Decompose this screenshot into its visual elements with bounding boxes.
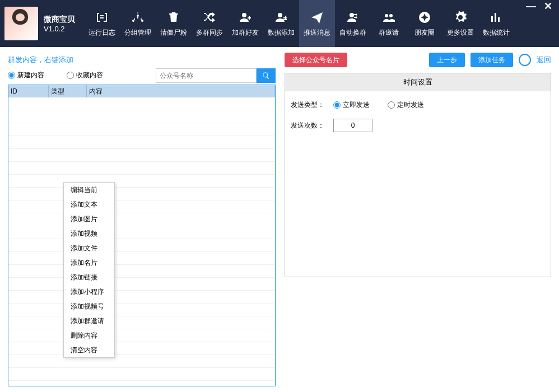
chevron-left-icon — [522, 57, 528, 63]
send-icon — [310, 10, 324, 25]
main-toolbar: 运行日志 分组管理 清僵尸粉 多群同步 加群好友 数据添加 推送消息 自动换群 — [84, 0, 514, 47]
menu-item[interactable]: 添加链接 — [64, 270, 114, 284]
trash-icon — [166, 10, 181, 25]
time-settings-panel: 时间设置 发送类型： 立即发送 定时发送 发送次数： — [285, 73, 551, 277]
menu-item[interactable]: 添加群邀请 — [64, 314, 114, 328]
col-type: 类型 — [49, 85, 87, 97]
app-header: 微商宝贝 V1.0.2 运行日志 分组管理 清僵尸粉 多群同步 加群好友 数据添… — [0, 0, 559, 47]
stats-icon — [489, 10, 504, 25]
toolbar-invite[interactable]: 群邀请 — [371, 0, 407, 47]
col-id: ID — [8, 85, 49, 97]
search-box — [156, 68, 276, 83]
toolbar-label: 自动换群 — [339, 28, 366, 38]
prev-step-button[interactable]: 上一步 — [429, 53, 465, 67]
radio-send-scheduled[interactable]: 定时发送 — [388, 100, 424, 110]
radio-send-scheduled-input[interactable] — [388, 101, 395, 109]
toolbar-label: 分组管理 — [124, 28, 151, 38]
menu-item[interactable]: 清空内容 — [64, 343, 114, 357]
toolbar-label: 数据统计 — [483, 28, 510, 38]
radio-send-now-label: 立即发送 — [343, 100, 370, 110]
menu-item[interactable]: 添加视频号 — [64, 299, 114, 314]
toolbar-adduser2[interactable]: 数据添加 — [263, 0, 299, 47]
toolbar-label: 运行日志 — [88, 28, 115, 38]
menu-item[interactable]: 编辑当前 — [64, 183, 114, 197]
toolbar-moments[interactable]: 朋友圈 — [407, 0, 442, 47]
toolbar-label: 加群好友 — [232, 28, 259, 38]
shuffle-icon — [202, 10, 217, 25]
toolbar-userswap[interactable]: 自动换群 — [335, 0, 371, 47]
left-controls-row: 新建内容 收藏内容 — [8, 71, 276, 80]
menu-item[interactable]: 添加文本 — [64, 197, 114, 212]
toolbar-stats[interactable]: 数据统计 — [478, 0, 514, 47]
window-controls: — ✕ — [524, 1, 555, 11]
radio-new-input[interactable] — [8, 72, 15, 79]
toolbar-gear[interactable]: 更多设置 — [442, 0, 478, 47]
invite-icon — [381, 10, 396, 25]
send-count-label: 发送次数： — [291, 121, 327, 130]
toolbar-label: 推送消息 — [304, 28, 330, 38]
menu-item[interactable]: 添加名片 — [64, 255, 114, 270]
radio-fav-content[interactable]: 收藏内容 — [67, 71, 103, 80]
context-menu: 编辑当前添加文本添加图片添加视频添加文件添加名片添加链接添加小程序添加视频号添加… — [63, 182, 115, 358]
send-count-row: 发送次数： — [291, 119, 545, 132]
moments-icon — [417, 10, 432, 25]
select-card-button[interactable]: 选择公众号名片 — [285, 53, 347, 67]
toolbar-label: 朋友圈 — [414, 28, 435, 38]
close-button[interactable]: ✕ — [542, 1, 555, 11]
send-count-input[interactable] — [333, 119, 372, 132]
content-table: ID 类型 内容 — [8, 85, 276, 386]
toolbar-trash[interactable]: 清僵尸粉 — [156, 0, 192, 47]
right-panel: 选择公众号名片 上一步 添加任务 返回 时间设置 发送类型： 立即发送 — [285, 53, 551, 386]
svg-point-3 — [385, 14, 388, 17]
radio-send-now-input[interactable] — [333, 101, 341, 109]
right-top-buttons: 选择公众号名片 上一步 添加任务 返回 — [285, 53, 551, 67]
menu-item[interactable]: 删除内容 — [64, 328, 114, 343]
col-content: 内容 — [87, 85, 275, 97]
menu-item[interactable]: 添加小程序 — [64, 284, 114, 299]
toolbar-log[interactable]: 运行日志 — [84, 0, 120, 47]
radio-send-now[interactable]: 立即发送 — [333, 100, 370, 110]
send-type-label: 发送类型： — [291, 100, 327, 110]
table-body[interactable] — [8, 97, 275, 386]
back-link[interactable]: 返回 — [537, 55, 551, 65]
group-icon — [131, 10, 145, 25]
app-version: V1.0.2 — [44, 25, 75, 33]
svg-point-1 — [278, 13, 282, 17]
toolbar-group[interactable]: 分组管理 — [120, 0, 156, 47]
toolbar-send[interactable]: 推送消息 — [299, 0, 335, 47]
radio-send-scheduled-label: 定时发送 — [397, 100, 424, 110]
adduser-icon — [238, 10, 253, 25]
toolbar-label: 更多设置 — [447, 28, 474, 38]
adduser2-icon — [274, 10, 288, 25]
toolbar-adduser[interactable]: 加群好友 — [227, 0, 263, 47]
back-arrow-button[interactable] — [519, 54, 531, 66]
settings-body: 发送类型： 立即发送 定时发送 发送次数： — [285, 91, 551, 141]
svg-point-0 — [242, 13, 246, 17]
left-panel: 群发内容，右键添加 新建内容 收藏内容 ID 类型 内容 — [8, 53, 276, 386]
search-icon — [262, 72, 270, 80]
toolbar-label: 群邀请 — [379, 28, 399, 38]
app-name: 微商宝贝 — [44, 15, 75, 25]
app-title-block: 微商宝贝 V1.0.2 — [44, 15, 75, 33]
menu-item[interactable]: 添加图片 — [64, 212, 114, 226]
settings-title: 时间设置 — [285, 73, 551, 91]
search-button[interactable] — [257, 68, 276, 83]
svg-point-2 — [350, 13, 354, 17]
send-type-row: 发送类型： 立即发送 定时发送 — [291, 100, 545, 110]
table-header: ID 类型 内容 — [8, 85, 275, 97]
menu-item[interactable]: 添加视频 — [64, 226, 114, 241]
radio-new-content[interactable]: 新建内容 — [8, 71, 44, 80]
radio-fav-input[interactable] — [67, 72, 74, 79]
app-logo — [4, 7, 38, 40]
log-icon — [95, 10, 109, 25]
toolbar-shuffle[interactable]: 多群同步 — [192, 0, 227, 47]
toolbar-label: 多群同步 — [196, 28, 223, 38]
add-task-button[interactable]: 添加任务 — [471, 53, 513, 67]
menu-item[interactable]: 添加文件 — [64, 241, 114, 255]
search-input[interactable] — [156, 68, 257, 83]
toolbar-label: 数据添加 — [268, 28, 295, 38]
userswap-icon — [346, 10, 360, 25]
toolbar-label: 清僵尸粉 — [160, 28, 187, 38]
svg-point-4 — [389, 14, 393, 17]
minimize-button[interactable]: — — [524, 1, 538, 11]
